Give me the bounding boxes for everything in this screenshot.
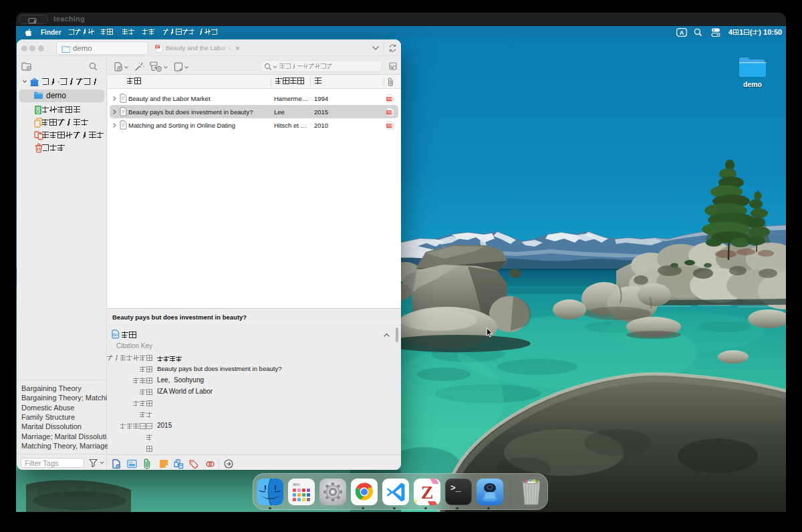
svg-text:Z: Z [421, 482, 434, 503]
svg-text:A: A [680, 29, 684, 36]
